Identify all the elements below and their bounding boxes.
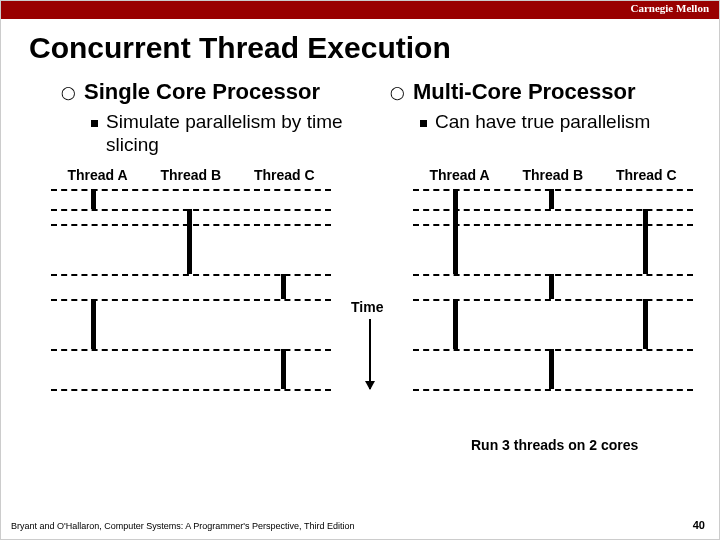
thread-segment [453,299,458,349]
left-sub-text: Simulate parallelism by time slicing [106,111,370,157]
brand-label: Carnegie Mellon [630,2,709,14]
thread-segment [187,209,192,224]
right-caption: Run 3 threads on 2 cores [471,437,638,453]
slide: Carnegie Mellon Concurrent Thread Execut… [0,0,720,540]
bullet-icon: ◯ [61,79,76,107]
thread-c-label: Thread C [616,167,677,183]
thread-segment [643,299,648,349]
time-label: Time [351,299,383,315]
multi-core-panel: Thread A Thread B Thread C [413,167,693,429]
thread-c-label: Thread C [254,167,315,183]
thread-segment [281,349,286,389]
thread-segment [91,299,96,349]
thread-segment [187,224,192,274]
left-bullet: ◯ Single Core Processor [61,79,370,107]
thread-segment [549,189,554,209]
thread-segment [91,189,96,209]
thread-a-label: Thread A [429,167,489,183]
diagram-area: Time Thread A Thread B Thread C Thread A… [1,167,719,457]
right-bullet: ◯ Multi-Core Processor [390,79,699,107]
left-column: ◯ Single Core Processor Simulate paralle… [61,79,370,157]
time-slice-line [51,274,331,276]
bullet-icon: ◯ [390,79,405,107]
square-icon [91,120,98,127]
thread-segment [281,274,286,299]
right-sub-bullet: Can have true parallelism [420,111,699,134]
thread-b-label: Thread B [522,167,583,183]
thread-segment [549,274,554,299]
time-arrow-icon [369,319,371,389]
slide-title: Concurrent Thread Execution [29,31,719,65]
right-column: ◯ Multi-Core Processor Can have true par… [390,79,699,157]
time-slice-line [51,349,331,351]
right-sub-text: Can have true parallelism [435,111,650,134]
page-number: 40 [693,519,705,531]
left-heading: Single Core Processor [84,79,320,105]
time-slice-line [413,389,693,391]
timeline-right [413,189,693,429]
thread-segment [643,209,648,274]
single-core-panel: Thread A Thread B Thread C [51,167,331,429]
thread-segment [549,349,554,389]
left-sub-bullet: Simulate parallelism by time slicing [91,111,370,157]
thread-segment [453,189,458,274]
right-heading: Multi-Core Processor [413,79,636,105]
timeline-left [51,189,331,429]
content-columns: ◯ Single Core Processor Simulate paralle… [1,79,719,157]
thread-headers-right: Thread A Thread B Thread C [413,167,693,183]
time-slice-line [51,389,331,391]
thread-headers-left: Thread A Thread B Thread C [51,167,331,183]
thread-b-label: Thread B [160,167,221,183]
header-bar: Carnegie Mellon [1,1,719,19]
footer-citation: Bryant and O'Hallaron, Computer Systems:… [11,521,354,531]
thread-a-label: Thread A [67,167,127,183]
square-icon [420,120,427,127]
